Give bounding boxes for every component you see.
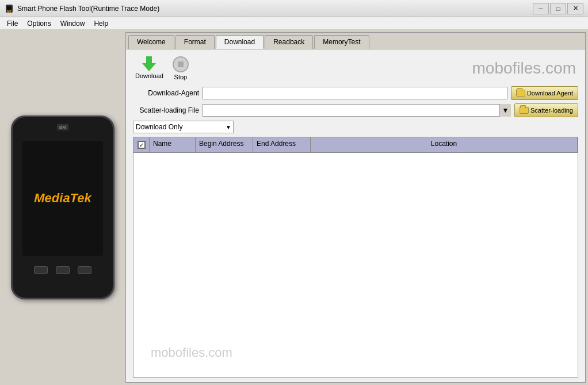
- scatter-select-wrapper: ▼: [203, 104, 511, 117]
- phone-btn-2: [56, 266, 70, 274]
- scatter-button[interactable]: Scatter-loading: [514, 103, 578, 117]
- tab-download[interactable]: Download: [216, 35, 264, 49]
- app-icon: MT: [5, 4, 14, 13]
- phone-screen: MediaTek: [22, 141, 103, 256]
- phone-panel: BM MediaTek: [2, 32, 123, 383]
- mode-dropdown-wrapper: Download Only Format and Download Firmwa…: [133, 121, 234, 133]
- table-watermark: mobofiles.com: [151, 345, 232, 360]
- tab-format[interactable]: Format: [175, 35, 215, 49]
- window-title: Smart Phone Flash Tool(Runtime Trace Mod…: [17, 5, 159, 13]
- download-arrow-icon: [142, 56, 156, 71]
- main-area: BM MediaTek Welcome Format Download Read…: [0, 30, 588, 385]
- table-body: mobofiles.com: [133, 153, 578, 378]
- download-agent-label: Download-Agent: [133, 89, 199, 97]
- phone-btn-3: [78, 266, 91, 274]
- download-agent-input[interactable]: [203, 87, 507, 99]
- mode-select[interactable]: Download Only Format and Download Firmwa…: [133, 121, 234, 133]
- phone-buttons: [34, 266, 91, 274]
- close-button[interactable]: ✕: [567, 3, 583, 14]
- download-button[interactable]: Download: [135, 56, 163, 80]
- menu-help[interactable]: Help: [89, 18, 113, 29]
- toolbar: Download Stop mobofiles.com: [131, 54, 581, 83]
- stop-square: [178, 61, 184, 67]
- minimize-button[interactable]: ─: [533, 3, 549, 14]
- th-location: Location: [311, 137, 578, 152]
- scatter-table: ✓ Name Begin Address End Address Locatio…: [133, 137, 578, 378]
- titlebar-controls: ─ □ ✕: [533, 3, 583, 14]
- download-label: Download: [135, 72, 163, 79]
- stop-label: Stop: [174, 74, 188, 80]
- tab-content-download: Download Stop mobofiles.com Download-Age…: [126, 49, 585, 382]
- stop-button[interactable]: Stop: [173, 56, 189, 80]
- menubar: File Options Window Help: [0, 17, 588, 30]
- titlebar: MT Smart Phone Flash Tool(Runtime Trace …: [0, 0, 588, 17]
- scatter-dropdown-arrow[interactable]: ▼: [499, 104, 511, 117]
- tab-welcome[interactable]: Welcome: [128, 35, 174, 49]
- tab-memorytest[interactable]: MemoryTest: [314, 35, 369, 49]
- menu-file[interactable]: File: [2, 18, 22, 29]
- arrow-head: [142, 63, 156, 71]
- tabs: Welcome Format Download Readback MemoryT…: [126, 33, 585, 49]
- download-agent-btn-label: Download Agent: [527, 90, 573, 97]
- dropdown-row: Download Only Format and Download Firmwa…: [131, 121, 581, 133]
- tab-readback[interactable]: Readback: [265, 35, 313, 49]
- scatter-file-input[interactable]: [203, 104, 511, 117]
- menu-options[interactable]: Options: [22, 18, 55, 29]
- titlebar-left: MT Smart Phone Flash Tool(Runtime Trace …: [5, 4, 159, 13]
- th-begin-address: Begin Address: [196, 137, 253, 152]
- phone-indicator: BM: [57, 124, 68, 130]
- th-check: ✓: [133, 137, 150, 152]
- arrow-body: [146, 56, 152, 63]
- folder-icon-agent: [516, 90, 525, 97]
- scatter-file-row: Scatter-loading File ▼ Scatter-loading: [131, 103, 581, 117]
- header-checkbox[interactable]: ✓: [138, 141, 146, 149]
- svg-text:MT: MT: [7, 10, 11, 13]
- maximize-button[interactable]: □: [550, 3, 566, 14]
- scatter-file-label: Scatter-loading File: [133, 106, 199, 114]
- th-end-address: End Address: [253, 137, 311, 152]
- download-agent-button[interactable]: Download Agent: [511, 86, 578, 100]
- scatter-btn-label: Scatter-loading: [530, 107, 573, 114]
- th-name: Name: [150, 137, 196, 152]
- phone-btn-1: [34, 266, 48, 274]
- content-panel: Welcome Format Download Readback MemoryT…: [125, 32, 586, 383]
- download-agent-row: Download-Agent Download Agent: [131, 86, 581, 100]
- stop-icon: [173, 56, 189, 72]
- toolbar-left: Download Stop: [135, 56, 189, 80]
- phone-image: BM MediaTek: [11, 116, 114, 299]
- folder-icon-scatter: [520, 107, 529, 114]
- table-header: ✓ Name Begin Address End Address Locatio…: [133, 137, 578, 153]
- menu-window[interactable]: Window: [56, 18, 90, 29]
- toolbar-watermark: mobofiles.com: [472, 59, 576, 78]
- phone-brand: MediaTek: [34, 191, 91, 206]
